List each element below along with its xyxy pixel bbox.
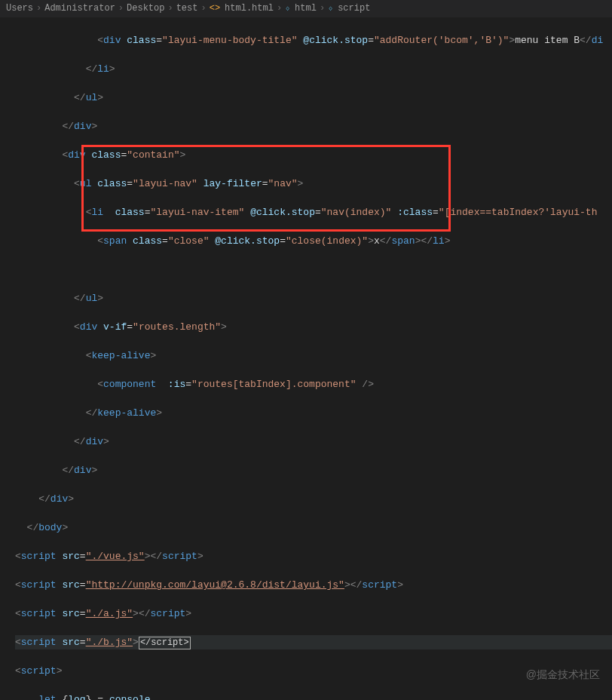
breadcrumb-part[interactable]: Desktop bbox=[127, 2, 164, 16]
breadcrumb-part[interactable]: script bbox=[338, 2, 370, 16]
breadcrumb-part[interactable]: html.html bbox=[225, 2, 274, 16]
symbol-icon: ⬨ bbox=[328, 2, 333, 16]
symbol-icon: ⬨ bbox=[285, 2, 290, 16]
chevron-right-icon: › bbox=[118, 2, 124, 16]
breadcrumb-part[interactable]: test bbox=[176, 2, 198, 16]
watermark: @掘金技术社区 bbox=[526, 668, 600, 682]
chevron-right-icon: › bbox=[320, 2, 325, 16]
breadcrumb-part[interactable]: html bbox=[295, 2, 317, 16]
chevron-right-icon: › bbox=[36, 2, 41, 16]
chevron-right-icon: › bbox=[167, 2, 173, 16]
chevron-right-icon: › bbox=[200, 2, 206, 16]
code-editor[interactable]: <div class="layui-menu-body-title" @clic… bbox=[0, 17, 612, 700]
breadcrumb-bar[interactable]: Users › Administrator › Desktop › test ›… bbox=[0, 0, 612, 17]
chevron-right-icon: › bbox=[277, 2, 282, 16]
html-file-icon: <> bbox=[210, 2, 220, 16]
breadcrumb-part[interactable]: Administrator bbox=[44, 2, 115, 16]
breadcrumb-part[interactable]: Users bbox=[6, 2, 33, 16]
